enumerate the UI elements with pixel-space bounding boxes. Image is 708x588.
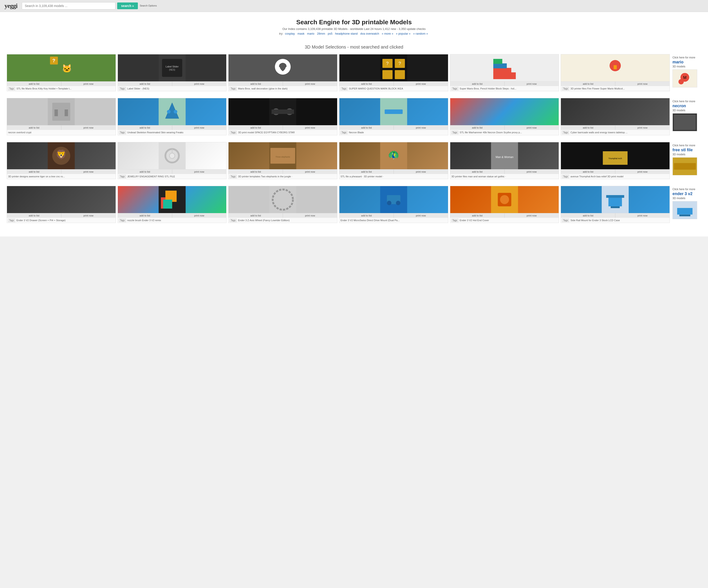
model-thumbnail[interactable] — [340, 186, 448, 213]
model-thumbnail[interactable]: Three elephants — [229, 142, 337, 169]
print-now-button[interactable]: print now — [172, 82, 227, 86]
add-to-list-button[interactable]: add to list — [340, 213, 394, 218]
print-now-button[interactable]: print now — [283, 125, 337, 130]
model-thumbnail[interactable] — [450, 98, 559, 125]
add-to-list-button[interactable]: add to list — [561, 169, 615, 174]
print-now-button[interactable]: print now — [61, 213, 116, 218]
add-to-list-button[interactable]: add to list — [7, 125, 61, 130]
more-card-thumbnail[interactable] — [673, 113, 697, 131]
model-thumbnail[interactable] — [450, 54, 559, 81]
print-now-button[interactable]: print now — [505, 169, 559, 174]
print-now-button[interactable]: print now — [61, 82, 116, 86]
more-card-thumbnail[interactable]: M — [673, 69, 697, 87]
print-now-button[interactable]: print now — [61, 169, 116, 174]
try-link-cosplay[interactable]: cosplay — [285, 32, 295, 35]
model-thumbnail[interactable] — [229, 98, 337, 125]
print-now-button[interactable]: print now — [172, 125, 227, 130]
add-to-list-button[interactable]: add to list — [450, 169, 505, 174]
print-now-button[interactable]: print now — [394, 82, 448, 86]
more-card-thumbnail[interactable] — [673, 157, 697, 175]
model-actions: add to listprint now — [229, 125, 337, 130]
print-now-button[interactable]: print now — [61, 125, 116, 130]
print-now-button[interactable]: print now — [172, 169, 227, 174]
add-to-list-button[interactable]: add to list — [118, 125, 172, 130]
model-thumbnail[interactable]: 🦚 — [340, 142, 448, 169]
print-now-button[interactable]: print now — [505, 82, 559, 86]
print-now-button[interactable]: print now — [615, 82, 670, 86]
model-thumbnail[interactable] — [561, 54, 670, 81]
add-to-list-button[interactable]: add to list — [450, 213, 505, 218]
print-now-button[interactable]: print now — [283, 169, 337, 174]
more-card-thumbnail[interactable] — [673, 201, 697, 219]
model-actions: add to listprint now — [450, 213, 559, 218]
add-to-list-button[interactable]: add to list — [450, 82, 505, 86]
search-container: search » Search Options — [22, 2, 157, 9]
try-link-more[interactable]: » more » — [382, 32, 393, 35]
try-link-popular[interactable]: » popular » — [396, 32, 410, 35]
more-keyword-link[interactable]: free stl file — [673, 148, 693, 152]
model-thumbnail[interactable] — [7, 98, 116, 125]
add-to-list-button[interactable]: add to list — [118, 169, 172, 174]
model-thumbnail[interactable] — [450, 186, 559, 213]
add-to-list-button[interactable]: add to list — [561, 125, 615, 130]
model-thumbnail[interactable]: Man & Woman — [450, 142, 559, 169]
model-thumbnail[interactable] — [118, 186, 227, 213]
more-keyword-link[interactable]: mario — [673, 60, 683, 64]
model-thumbnail[interactable] — [340, 98, 448, 125]
model-thumbnail[interactable]: 🦁 — [7, 142, 116, 169]
try-link-mario[interactable]: mario — [307, 32, 315, 35]
model-thumbnail[interactable] — [118, 98, 227, 125]
add-to-list-button[interactable]: add to list — [229, 125, 283, 130]
try-link-random[interactable]: » random » — [413, 32, 428, 35]
add-to-list-button[interactable]: add to list — [229, 169, 283, 174]
model-thumbnail[interactable] — [561, 98, 670, 125]
print-now-button[interactable]: print now — [283, 82, 337, 86]
model-thumbnail[interactable]: Triumphal Arch — [561, 142, 670, 169]
add-to-list-button[interactable]: add to list — [118, 213, 172, 218]
print-now-button[interactable]: print now — [615, 125, 670, 130]
add-to-list-button[interactable]: add to list — [229, 213, 283, 218]
print-now-button[interactable]: print now — [615, 169, 670, 174]
add-to-list-button[interactable]: add to list — [118, 82, 172, 86]
logo[interactable]: yeggi — [4, 2, 17, 9]
model-thumbnail[interactable]: ?? — [340, 54, 448, 81]
search-options[interactable]: Search Options — [140, 4, 157, 7]
print-now-button[interactable]: print now — [505, 213, 559, 218]
try-link-mask[interactable]: mask — [298, 32, 304, 35]
add-to-list-button[interactable]: add to list — [7, 82, 61, 86]
model-thumbnail[interactable] — [229, 186, 337, 213]
try-link-ps5[interactable]: ps5 — [328, 32, 332, 35]
model-thumbnail[interactable]: Label Slider(NES) — [118, 54, 227, 81]
try-link-headphone[interactable]: headphone stand — [335, 32, 358, 35]
try-link-28mm[interactable]: 28mm — [317, 32, 325, 35]
add-to-list-button[interactable]: add to list — [561, 213, 615, 218]
print-now-button[interactable]: print now — [394, 213, 448, 218]
add-to-list-button[interactable]: add to list — [561, 82, 615, 86]
print-now-button[interactable]: print now — [283, 213, 337, 218]
model-thumbnail[interactable]: ?🐱 — [7, 54, 116, 81]
print-now-button[interactable]: print now — [172, 213, 227, 218]
add-to-list-button[interactable]: add to list — [340, 82, 394, 86]
add-to-list-button[interactable]: add to list — [7, 213, 61, 218]
add-to-list-button[interactable]: add to list — [7, 169, 61, 174]
add-to-list-button[interactable]: add to list — [340, 169, 394, 174]
print-now-button[interactable]: print now — [615, 213, 670, 218]
model-thumbnail[interactable] — [118, 142, 227, 169]
search-button[interactable]: search » — [117, 2, 138, 9]
search-input[interactable] — [22, 2, 115, 9]
print-now-button[interactable]: print now — [505, 125, 559, 130]
model-thumbnail[interactable] — [561, 186, 670, 213]
add-to-list-button[interactable]: add to list — [229, 82, 283, 86]
model-thumbnail[interactable] — [229, 54, 337, 81]
more-keyword-link[interactable]: necron — [673, 104, 686, 109]
add-to-list-button[interactable]: add to list — [340, 125, 394, 130]
model-actions: add to listprint now — [7, 169, 116, 174]
try-links: try: cosplay mask mario 28mm ps5 headpho… — [4, 32, 704, 35]
print-now-button[interactable]: print now — [394, 169, 448, 174]
print-now-button[interactable]: print now — [394, 125, 448, 130]
add-to-list-button[interactable]: add to list — [450, 125, 505, 130]
model-thumbnail[interactable] — [7, 186, 116, 213]
more-keyword-link[interactable]: ender 3 v2 — [673, 191, 692, 196]
svg-rect-82 — [677, 208, 692, 214]
try-link-dva[interactable]: dva overwatch — [360, 32, 379, 35]
